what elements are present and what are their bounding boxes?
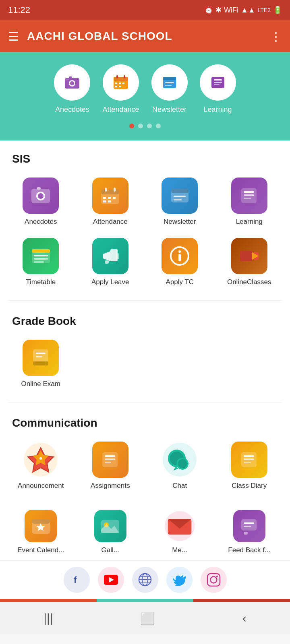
dot-3[interactable] xyxy=(147,124,152,128)
carousel-item-anecdotes[interactable]: Anecdotes xyxy=(54,64,90,114)
svg-point-105 xyxy=(210,577,217,583)
sis-online-classes[interactable]: OnlineClasses xyxy=(217,234,282,290)
carousel-item-attendance[interactable]: Attendance xyxy=(102,64,139,114)
sis-anecdotes[interactable]: Anecdotes xyxy=(8,173,74,230)
sis-apply-tc[interactable]: Apply TC xyxy=(147,234,213,290)
sis-newsletter-icon xyxy=(162,178,198,214)
svg-point-77 xyxy=(178,459,187,468)
sis-apply-leave-label: Apply Leave xyxy=(91,278,129,286)
app-header: ☰ AACHI GLOBAL SCHOOL ⋮ xyxy=(0,20,290,52)
sis-section-title: SIS xyxy=(8,140,282,169)
dot-2[interactable] xyxy=(138,124,143,128)
accent-orange xyxy=(0,599,97,602)
online-exam[interactable]: Online Exam xyxy=(8,336,74,392)
gallery-label: Gall... xyxy=(102,546,119,554)
wifi-icon: WiFi xyxy=(224,6,238,14)
svg-rect-81 xyxy=(244,458,254,460)
sis-learning-label: Learning xyxy=(236,218,263,226)
battery-icon: 🔋 xyxy=(273,6,282,14)
recent-apps-button[interactable]: ||| xyxy=(44,611,53,625)
communication-grid: Announcement Assignments xyxy=(8,433,282,502)
anecdotes-carousel-label: Anecdotes xyxy=(55,105,89,114)
svg-point-68 xyxy=(39,457,42,460)
dot-1[interactable] xyxy=(129,124,134,128)
chat-label: Chat xyxy=(172,482,187,490)
svg-rect-48 xyxy=(34,255,48,256)
svg-rect-84 xyxy=(32,519,50,524)
anecdotes-carousel-icon xyxy=(54,64,90,101)
svg-rect-54 xyxy=(116,253,119,259)
instagram-icon[interactable] xyxy=(201,567,227,593)
svg-rect-34 xyxy=(108,197,111,199)
svg-rect-28 xyxy=(37,187,41,190)
website-icon[interactable] xyxy=(132,567,158,593)
dot-4[interactable] xyxy=(156,124,161,128)
twitter-icon[interactable] xyxy=(166,567,193,593)
svg-rect-93 xyxy=(244,532,248,535)
svg-rect-17 xyxy=(163,77,176,80)
carousel-section: Anecdotes Attendance xyxy=(0,52,290,140)
svg-point-3 xyxy=(70,81,74,85)
feedback[interactable]: Feed Back f... xyxy=(217,506,282,558)
carousel-item-newsletter[interactable]: Newsletter xyxy=(151,64,188,114)
chat[interactable]: Chat xyxy=(147,438,213,494)
svg-rect-43 xyxy=(244,191,254,193)
svg-point-27 xyxy=(38,193,44,199)
gradebook-divider xyxy=(8,402,282,402)
more-options-icon[interactable]: ⋮ xyxy=(270,29,282,43)
svg-rect-61 xyxy=(33,349,48,361)
online-exam-icon xyxy=(23,340,59,376)
sis-learning[interactable]: Learning xyxy=(217,173,282,230)
svg-rect-41 xyxy=(174,199,182,200)
bottom-accent-bar xyxy=(0,599,290,602)
sis-attendance[interactable]: Attendance xyxy=(78,173,143,230)
sis-apply-leave[interactable]: Apply Leave xyxy=(78,234,143,290)
svg-rect-19 xyxy=(165,85,172,86)
sis-attendance-icon xyxy=(92,178,128,214)
class-diary[interactable]: Class Diary xyxy=(217,438,282,494)
hamburger-icon[interactable]: ☰ xyxy=(8,29,19,43)
lte-icon: LTE2 xyxy=(258,7,271,13)
svg-rect-24 xyxy=(214,84,220,85)
event-calendar[interactable]: Event Calend... xyxy=(8,506,74,558)
svg-rect-92 xyxy=(241,519,257,530)
svg-rect-45 xyxy=(244,198,251,199)
svg-rect-22 xyxy=(214,79,222,80)
message-label: Me... xyxy=(172,546,187,554)
announcement[interactable]: Announcement xyxy=(8,438,74,494)
home-button[interactable]: ⬜ xyxy=(140,611,155,625)
nav-bar: ||| ⬜ ‹ xyxy=(0,602,290,634)
accent-red xyxy=(193,599,290,602)
communication-partial-row: Event Calend... Gall... Me.. xyxy=(8,502,282,560)
svg-rect-4 xyxy=(69,76,72,78)
svg-rect-9 xyxy=(124,75,125,78)
facebook-icon[interactable]: f xyxy=(64,567,90,593)
svg-rect-35 xyxy=(113,197,116,199)
communication-section-title: Communication xyxy=(8,405,282,433)
assignments-label: Assignments xyxy=(91,482,130,490)
svg-rect-7 xyxy=(114,77,128,81)
carousel-item-learning[interactable]: Learning xyxy=(200,64,236,114)
carousel-items: Anecdotes Attendance xyxy=(0,60,290,118)
svg-rect-8 xyxy=(116,75,118,78)
sis-timetable-icon xyxy=(23,238,59,274)
svg-rect-63 xyxy=(36,353,46,354)
message[interactable]: Me... xyxy=(147,506,213,558)
svg-point-106 xyxy=(216,576,218,577)
attendance-carousel-icon xyxy=(103,64,139,101)
sis-timetable[interactable]: Timetable xyxy=(8,234,74,290)
assignments-icon xyxy=(92,442,128,478)
sis-anecdotes-label: Anecdotes xyxy=(25,218,57,226)
svg-rect-10 xyxy=(115,83,117,84)
sis-newsletter[interactable]: Newsletter xyxy=(147,173,213,230)
svg-rect-13 xyxy=(115,86,117,87)
assignments[interactable]: Assignments xyxy=(78,438,143,494)
svg-rect-37 xyxy=(108,200,111,202)
back-button[interactable]: ‹ xyxy=(242,611,246,625)
gallery[interactable]: Gall... xyxy=(78,506,143,558)
svg-rect-62 xyxy=(33,361,48,365)
sis-attendance-label: Attendance xyxy=(93,218,128,226)
chat-icon xyxy=(162,442,198,478)
sis-online-classes-icon xyxy=(231,238,267,274)
youtube-icon[interactable] xyxy=(98,567,124,593)
